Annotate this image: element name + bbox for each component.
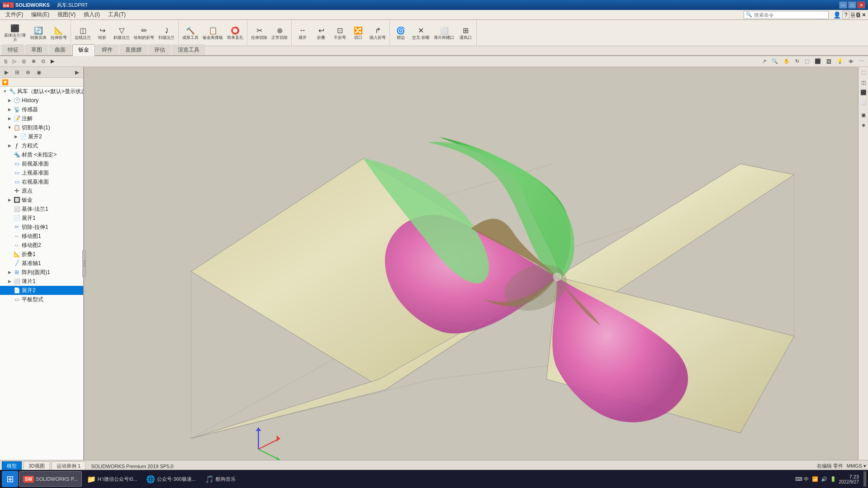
tree-item-flatten2-child[interactable]: ▶ 📄 展开2 xyxy=(0,132,83,141)
cross-break-btn[interactable]: ✕ 交叉-折断 xyxy=(410,21,432,45)
view-select-btn[interactable]: ⬚ xyxy=(802,57,811,66)
view-zoom-btn[interactable]: 🔍 xyxy=(769,57,780,66)
rp-btn-6[interactable]: ◈ xyxy=(859,120,868,129)
drawn-bend-btn[interactable]: ✏ 绘制的折弯 xyxy=(132,21,156,45)
start-button[interactable]: ⊞ xyxy=(2,471,18,487)
simple-hole-btn[interactable]: ⭕ 简单直孔 xyxy=(225,21,245,45)
close-btn2[interactable]: ✕ xyxy=(862,12,866,18)
help-icon[interactable]: ? xyxy=(842,11,850,19)
menu-file[interactable]: 文件(F) xyxy=(2,10,27,19)
tree-item-move1[interactable]: ↔ 移动图1 xyxy=(0,232,83,241)
view-pan-btn[interactable]: ✋ xyxy=(781,57,792,66)
menu-edit[interactable]: 编辑(E) xyxy=(28,10,53,19)
tree-item-sensor[interactable]: ▶ 📡 传感器 xyxy=(0,105,83,114)
insert-bend-btn[interactable]: ↱ 插入折弯 xyxy=(368,21,388,45)
min-btn2[interactable]: ─ xyxy=(851,12,855,18)
restore-btn2[interactable]: ⧉ xyxy=(856,12,860,18)
taskbar-explorer[interactable]: 📁 H:\微信公众号\0... xyxy=(83,471,141,487)
tab-evaluate[interactable]: 评估 xyxy=(148,44,171,55)
tree-root[interactable]: ▼ 🔧 风车（默认<<默认>显示状态 1>） xyxy=(0,87,83,96)
rp-btn-5[interactable]: ▣ xyxy=(859,110,868,119)
view-more-btn[interactable]: ⋯ xyxy=(857,57,866,66)
stb-expand-btn[interactable]: ▶ xyxy=(48,57,57,66)
tree-item-flatten1[interactable]: 📄 展开1 xyxy=(0,213,83,223)
show-desktop-btn[interactable] xyxy=(863,471,866,487)
fold2-btn[interactable]: ↩ 折叠 xyxy=(312,21,330,45)
clock-area[interactable]: 7:23 2022/9/27 xyxy=(839,474,859,484)
statusbar-tab-model[interactable]: 模型 xyxy=(2,461,22,471)
normal-cut-btn[interactable]: ⊗ 正常切除 xyxy=(270,21,289,45)
hem-btn[interactable]: 🌀 褶边 xyxy=(392,21,410,45)
slit-btn[interactable]: 🔀 切口 xyxy=(349,21,367,45)
tree-item-origin[interactable]: ✛ 原点 xyxy=(0,186,83,195)
equations-expand-icon[interactable]: ▶ xyxy=(6,142,13,149)
tree-item-top-plane[interactable]: ▭ 上视基准面 xyxy=(0,168,83,177)
panel-icon-circle[interactable]: ◉ xyxy=(34,68,43,77)
stb-s-btn[interactable]: S xyxy=(2,57,9,66)
taskbar-browser[interactable]: 🌐 公众号·360极速... xyxy=(142,471,200,487)
tab-render[interactable]: 渲造工具 xyxy=(172,44,205,55)
minimize-button[interactable]: ─ xyxy=(839,1,847,9)
rp-btn-2[interactable]: ◫ xyxy=(859,78,868,87)
maximize-button[interactable]: □ xyxy=(848,1,856,9)
sheetmetal-panel-btn[interactable]: 📋 钣金角撑板 xyxy=(201,21,225,45)
menu-view[interactable]: 视图(V) xyxy=(54,10,79,19)
tree-item-move2[interactable]: ↔ 移动图2 xyxy=(0,241,83,250)
edge-flange-btn[interactable]: ◫ 边线法兰 xyxy=(73,21,93,45)
unfold-btn[interactable]: ↔ 展开 xyxy=(294,21,312,45)
panel-icon-pointer[interactable]: ▶ xyxy=(2,68,11,77)
stb-plus-btn[interactable]: ⊕ xyxy=(29,57,38,66)
tree-item-notes[interactable]: ▶ 📝 注解 xyxy=(0,114,83,123)
cutlist-expand-icon[interactable]: ▼ xyxy=(6,124,13,131)
stb-arrow-btn[interactable]: ▷ xyxy=(10,57,19,66)
stb-dot-btn[interactable]: ⊙ xyxy=(39,57,47,66)
statusbar-tab-3d[interactable]: 3D视图 xyxy=(24,461,50,471)
tree-item-cutlist[interactable]: ▼ 📋 切割清单(1) xyxy=(0,123,83,132)
extrude-cut-btn[interactable]: ✂ 拉伸切除 xyxy=(249,21,269,45)
sheet1-expand-icon[interactable]: ▶ xyxy=(6,278,13,284)
notes-expand-icon[interactable]: ▶ xyxy=(6,115,13,122)
tree-item-flatmode[interactable]: ▭ 平板型式 xyxy=(0,295,83,304)
tree-item-base-flange[interactable]: ⬜ 基体-法兰1 xyxy=(0,204,83,213)
tab-sheetmetal[interactable]: 钣金 xyxy=(72,44,95,56)
search-input[interactable] xyxy=(754,12,826,18)
view-hide-btn[interactable]: 👁 xyxy=(846,57,856,66)
tab-weld[interactable]: 焊件 xyxy=(96,44,119,55)
tree-item-material[interactable]: 🔩 材质 <未指定> xyxy=(0,150,83,159)
panel-expand-btn[interactable]: ▶ xyxy=(72,68,81,77)
tree-item-pattern1[interactable]: ▶ ⊞ 阵列(圆周)1 xyxy=(0,268,83,277)
sensor-expand-icon[interactable]: ▶ xyxy=(6,106,13,113)
tree-item-history[interactable]: ▶ 🕐 History xyxy=(0,96,83,105)
sheetmetal-expand-icon[interactable]: ▶ xyxy=(6,197,13,203)
tab-sketch[interactable]: 草图 xyxy=(25,44,48,55)
scan-flange-btn[interactable]: ⤸ 扫描法兰 xyxy=(157,21,176,45)
taskbar-music[interactable]: 🎵 酷狗音乐 xyxy=(201,471,240,487)
base-flange-btn[interactable]: ⬛ 基体法兰/薄片 xyxy=(2,21,28,45)
rp-btn-1[interactable]: ⬚ xyxy=(859,68,868,77)
vent-btn[interactable]: ⊞ 通风口 xyxy=(456,21,474,45)
menu-tools[interactable]: 工具(T) xyxy=(104,10,129,19)
convert-btn[interactable]: 🔄 转换实体 xyxy=(28,21,48,45)
stb-circle-btn[interactable]: ◎ xyxy=(19,57,28,66)
history-expand-icon[interactable]: ▶ xyxy=(6,97,13,104)
fold-btn[interactable]: ↪ 转折 xyxy=(93,21,111,45)
view-display-btn[interactable]: 🖼 xyxy=(824,57,834,66)
tree-item-sheetmetal[interactable]: ▶ 🔲 钣金 xyxy=(0,195,83,204)
user-icon[interactable]: 👤 xyxy=(833,11,841,19)
tree-item-cut-extrude[interactable]: ✂ 切除-拉伸1 xyxy=(0,223,83,232)
rp-btn-4[interactable]: ⬜ xyxy=(859,98,868,107)
panel-icon-grid[interactable]: ⊞ xyxy=(13,68,22,77)
panel-icon-target[interactable]: ⊕ xyxy=(24,68,33,77)
tab-slot-btn[interactable]: ⬜ 薄片和槽口 xyxy=(432,21,456,45)
tree-item-front-plane[interactable]: ▭ 前视基准面 xyxy=(0,159,83,168)
stretch-bend-btn[interactable]: 📐 拉伸折弯 xyxy=(49,21,69,45)
tree-item-sheet1[interactable]: ▶ ⬜ 薄片1 xyxy=(0,277,83,286)
menu-insert[interactable]: 插入(I) xyxy=(80,10,103,19)
form-tool-btn[interactable]: 🔨 成形工具 xyxy=(180,21,200,45)
tree-item-axis1[interactable]: ╱ 基准轴1 xyxy=(0,259,83,268)
view-rotate-btn[interactable]: ↻ xyxy=(793,57,802,66)
tree-item-flatten2[interactable]: 📄 展开2 xyxy=(0,286,83,295)
rp-btn-3[interactable]: ⬛ xyxy=(859,88,868,97)
tree-item-right-plane[interactable]: ▭ 右视基准面 xyxy=(0,177,83,186)
statusbar-tab-motion[interactable]: 运动算例 1 xyxy=(52,461,85,471)
